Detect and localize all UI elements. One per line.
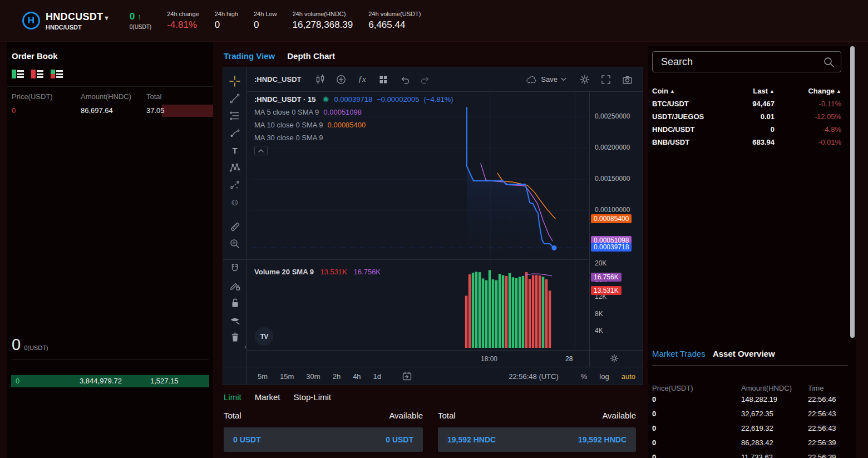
volume-ma-red-value: 13.531K (320, 268, 347, 276)
divider (652, 365, 848, 366)
crosshair-cursor-icon[interactable] (227, 73, 243, 89)
redo-icon[interactable] (415, 72, 436, 87)
tab-market-trades[interactable]: Market Trades (652, 349, 706, 358)
drawing-mode-lock-icon[interactable] (227, 278, 243, 293)
tab-stop-limit[interactable]: Stop-Limit (294, 392, 332, 402)
search-icon[interactable] (823, 56, 835, 71)
coin-row-btc-usdt[interactable]: BTC/USDT 94,467 -0.11% (652, 97, 841, 110)
clock-utc[interactable]: 22:56:48 (UTC) (509, 372, 559, 381)
sort-coin[interactable]: Coin▲ (652, 87, 722, 95)
timeframe-5m[interactable]: 5m (258, 372, 268, 381)
brush-icon[interactable] (227, 125, 243, 141)
legend-ma30-label[interactable]: MA 30 close 0 SMA 9 (254, 134, 323, 142)
legend-collapse-button[interactable] (254, 146, 268, 155)
last-price-usdt: 0(USDT) (130, 24, 151, 30)
ask-row[interactable]: 0 86,697.64 37.05 (7, 105, 213, 117)
trade-row: 0148,282.1922:56:46 (652, 395, 848, 407)
timeframe-30m[interactable]: 30m (306, 372, 320, 381)
layout-grid-icon[interactable] (373, 72, 394, 87)
chevron-up-icon (258, 149, 264, 152)
indicators-icon[interactable]: ƒx (352, 72, 373, 87)
order-book-view-asks-icon[interactable] (31, 70, 43, 78)
order-book-view-bids-icon[interactable] (51, 70, 63, 78)
axis-tick-label: 8K (595, 310, 603, 318)
symbol-search-button[interactable]: :HNDC_USDT (254, 75, 302, 83)
sell-form-column: Total Available 19,592 HNDC 19,592 HNDC (438, 411, 636, 452)
buy-total-field[interactable]: 0 USDT 0 USDT (224, 427, 423, 452)
legend-ma5-label[interactable]: MA 5 close 0 SMA 9 (254, 108, 319, 116)
remove-drawings-icon[interactable] (227, 329, 243, 345)
tradingview-logo[interactable]: TV (255, 327, 273, 346)
axis-tick-label: 0.00200000 (595, 144, 630, 151)
fib-retracement-icon[interactable] (227, 108, 243, 124)
coin-row-hndc-usdt[interactable]: HNDC/USDT 0 -4.8% (652, 123, 841, 136)
sell-available-label: Available (602, 411, 636, 420)
screenshot-camera-icon[interactable] (617, 72, 638, 87)
tv-toolbar: :HNDC_USDT ƒx Save (247, 67, 642, 92)
percent-scale-button[interactable]: % (581, 372, 588, 381)
axis-tick-label: 4K (595, 327, 603, 334)
timeframe-4h[interactable]: 4h (353, 372, 361, 381)
order-book-columns: Price(USDT) Amount(HNDC) Total (7, 86, 213, 92)
undo-icon[interactable] (394, 72, 415, 87)
legend-change-abs: −0.00002005 (377, 95, 419, 104)
legend-ma10-value: 0.00085400 (328, 121, 366, 129)
legend-symbol[interactable]: :HNDC_USDT · 15 (254, 95, 316, 104)
search-input[interactable] (653, 52, 841, 72)
legend-price: 0.00039718 (334, 95, 373, 104)
time-axis[interactable]: 18:00 28 (247, 350, 642, 367)
chart-bottom-bar: 5m 15m 30m 2h 4h 1d 22:56:48 (UTC) % log… (223, 367, 642, 385)
stat-24h-high: 24h high 0 (215, 11, 238, 31)
order-book-panel: Order Book Price(USDT) Amount(HNDC) Tota… (7, 42, 213, 458)
trade-row: 032,672.3522:56:43 (652, 410, 848, 422)
timeframe-15m[interactable]: 15m (280, 372, 294, 381)
timeframe-2h[interactable]: 2h (333, 372, 341, 381)
xabcd-pattern-icon[interactable] (227, 160, 243, 175)
ruler-measure-icon[interactable] (227, 219, 243, 234)
log-scale-button[interactable]: log (599, 372, 609, 381)
hide-drawings-icon[interactable] (227, 312, 243, 328)
price-axis[interactable]: 0.002500000.002000000.001500000.00100000… (589, 92, 643, 350)
emoji-icon[interactable]: ☺ (227, 194, 243, 210)
trend-line-icon[interactable] (227, 91, 243, 106)
zoom-in-icon[interactable] (227, 236, 243, 252)
go-to-date-icon[interactable] (401, 371, 413, 382)
ask-amount: 86,697.64 (81, 106, 113, 115)
compare-icon[interactable] (331, 72, 352, 87)
candles-style-icon[interactable] (309, 72, 331, 87)
order-book-view-combined-icon[interactable] (12, 70, 24, 78)
buy-form-column: Total Available 0 USDT 0 USDT (224, 411, 423, 452)
coin-row-bnb-usdt[interactable]: BNB/USDT 683.94 -0.01% (652, 136, 841, 149)
volume-legend: Volume 20 SMA 9 13.531K 16.756K (254, 268, 381, 276)
sort-change[interactable]: Change▲ (775, 87, 841, 95)
bid-amount: 3,844,979.72 (80, 377, 122, 385)
sort-last[interactable]: Last▲ (722, 87, 775, 95)
auto-scale-button[interactable]: auto (622, 372, 635, 381)
coin-logo: H (22, 12, 40, 29)
tab-asset-overview[interactable]: Asset Overview (713, 349, 775, 358)
collapse-tools-handle[interactable]: ‹ (244, 342, 246, 351)
ask-total: 37.05 (146, 106, 165, 115)
save-layout-button[interactable]: Save (525, 74, 566, 85)
order-book-view-toggles (12, 70, 213, 78)
tab-market[interactable]: Market (255, 392, 280, 402)
chart-tabs: Trading View Depth Chart (220, 46, 643, 61)
text-tool-icon[interactable]: T (227, 142, 243, 158)
legend-ma10-label[interactable]: MA 10 close 0 SMA 9 (254, 121, 323, 129)
sell-total-field[interactable]: 19,592 HNDC 19,592 HNDC (438, 427, 636, 452)
symbol-selector[interactable]: HNDCUSDT▾ HNDC/USDT (46, 11, 108, 31)
magnet-icon[interactable] (227, 260, 243, 276)
settings-gear-icon[interactable] (574, 72, 595, 87)
ask-price: 0 (12, 106, 16, 115)
forecast-tool-icon[interactable] (227, 177, 243, 193)
coin-row-usdt-juegos[interactable]: USDT/JUEGOS 0.01 -12.05% (652, 110, 841, 123)
scrollbar-thumb[interactable] (850, 46, 855, 338)
lock-drawings-icon[interactable] (227, 295, 243, 311)
tab-limit[interactable]: Limit (224, 392, 241, 402)
fullscreen-icon[interactable] (595, 72, 617, 87)
tab-trading-view[interactable]: Trading View (224, 51, 275, 61)
tab-depth-chart[interactable]: Depth Chart (287, 51, 335, 61)
theme-sun-icon[interactable] (609, 353, 620, 366)
timeframe-1d[interactable]: 1d (373, 372, 381, 381)
bid-row[interactable]: 0 3,844,979.72 1,527.15 (11, 375, 209, 387)
